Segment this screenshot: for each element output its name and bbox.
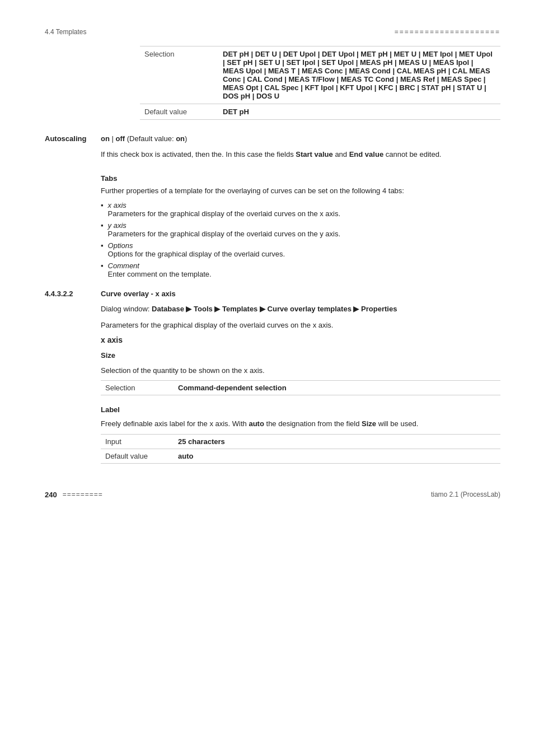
options-desc: Options for the graphical display of the… [108,250,285,258]
page-footer: 240 ========= tiamo 2.1 (ProcessLab) [45,486,500,499]
auto-bold: auto [249,419,264,428]
table-row-default: Default value DET pH [140,104,500,120]
start-value-bold: Start value [296,150,332,158]
autoscaling-section: Autoscaling on | off (Default value: on)… [45,133,500,164]
input-label: Input [101,434,174,449]
footer-left: 240 ========= [45,491,103,499]
xaxis-item: x axis Parameters for the graphical disp… [108,201,341,218]
table-row-selection: Selection Command-dependent selection [101,381,500,395]
dialog-path: Dialog window: Database ▶ Tools ▶ Templa… [101,304,500,315]
product-name: tiamo 2.1 (ProcessLab) [431,491,500,498]
selection-value: Command-dependent selection [174,381,500,395]
input-value: 25 characters [174,434,500,449]
comment-item: Comment Enter comment on the template. [108,262,212,278]
xaxis-desc: Parameters for the graphical display of … [108,209,341,218]
default-value: auto [174,449,500,463]
autoscaling-heading: Autoscaling [45,133,101,143]
selection-table-wrapper: Selection DET pH | DET U | DET Upol | DE… [140,46,500,120]
tabs-section: Tabs Further properties of a template fo… [101,174,500,278]
x-axis-heading: x axis [101,335,500,344]
selection-value: DET pH | DET U | DET Upol | DET Upol | M… [218,46,500,104]
yaxis-item: y axis Parameters for the graphical disp… [108,221,341,238]
default-value-label: Default value [140,104,218,120]
yaxis-desc: Parameters for the graphical display of … [108,230,341,238]
label-table: Input 25 characters Default value auto [101,434,500,464]
options-label: Options [108,241,285,250]
page-number: 240 [45,491,57,499]
table-row-default: Default value auto [101,449,500,463]
list-item: Options Options for the graphical displa… [101,241,500,258]
section-number: 4.4.3.2.2 [45,290,101,298]
dialog-path-bold: Database ▶ Tools ▶ Templates ▶ Curve ove… [152,305,397,313]
comment-label: Comment [108,262,212,270]
on-off-value: on | off (Default value: on) [101,134,187,143]
size-table: Selection Command-dependent selection [101,380,500,395]
selection-label: Selection [101,381,174,395]
list-item: y axis Parameters for the graphical disp… [101,221,500,238]
tabs-heading: Tabs [101,174,500,183]
section-body: Dialog window: Database ▶ Tools ▶ Templa… [101,304,500,464]
autoscaling-content: on | off (Default value: on) If this che… [101,133,500,164]
label-description: Freely definable axis label for the x ax… [101,418,500,430]
yaxis-label: y axis [108,221,341,230]
table-row-input: Input 25 characters [101,434,500,449]
size-bold: Size [362,419,376,428]
end-value-bold: End value [349,150,383,158]
list-item: Comment Enter comment on the template. [101,262,500,278]
tabs-list: x axis Parameters for the graphical disp… [101,201,500,278]
section-label: 4.4 Templates [45,28,87,36]
default-value: DET pH [218,104,500,120]
section-title: Curve overlay - x axis [101,290,176,298]
size-description: Selection of the quantity to be shown on… [101,365,500,376]
size-heading: Size [101,351,140,360]
default-label: Default value [101,449,174,463]
list-item: x axis Parameters for the graphical disp… [101,201,500,218]
page-header: 4.4 Templates ===================== [45,28,500,36]
table-row-selection: Selection DET pH | DET U | DET Upol | DE… [140,46,500,104]
selection-table: Selection DET pH | DET U | DET Upol | DE… [140,46,500,120]
size-row: Size [101,351,500,360]
dialog-prefix: Dialog window: [101,305,152,313]
on-off-text: on | off (Default value: on) [101,133,500,144]
xaxis-label: x axis [108,201,341,209]
label-heading: Label [101,405,140,414]
options-item: Options Options for the graphical displa… [108,241,285,258]
page: 4.4 Templates ===================== Sele… [0,0,534,756]
comment-desc: Enter comment on the template. [108,270,212,278]
header-decoration: ===================== [395,28,500,36]
section-header: 4.4.3.2.2 Curve overlay - x axis [45,290,500,298]
section-description: Parameters for the graphical display of … [101,320,500,331]
label-row: Label [101,405,500,414]
selection-label: Selection [140,46,218,104]
autoscaling-description: If this check box is activated, then the… [101,149,500,160]
section-4432: 4.4.3.2.2 Curve overlay - x axis Dialog … [45,290,500,464]
footer-dots: ========= [63,491,103,498]
tabs-intro: Further properties of a template for the… [101,185,500,197]
